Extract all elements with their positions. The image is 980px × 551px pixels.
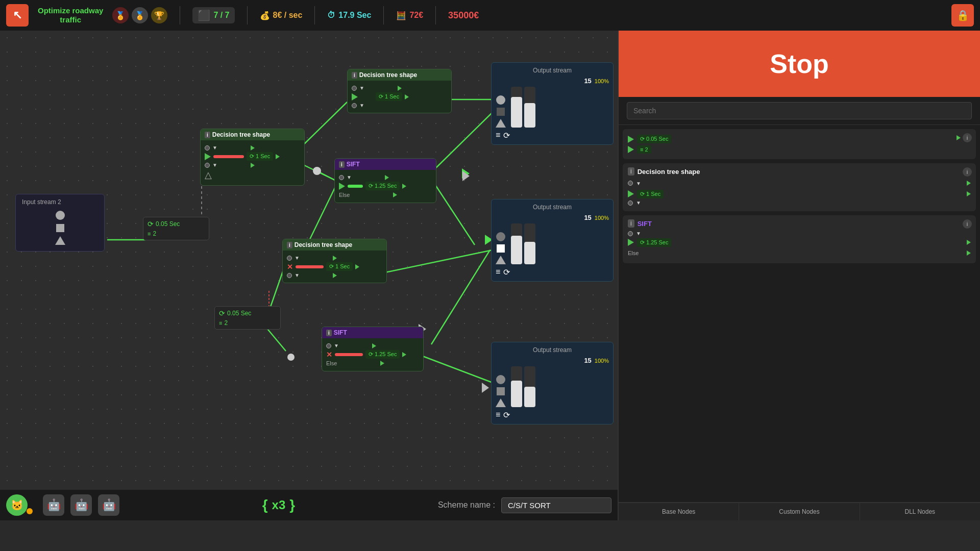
sn2-else: Else [326,360,337,366]
lock-icon: 🔒 [957,9,969,21]
counter-value: 7 / 7 [213,11,229,20]
achievement-1: 🏅 [112,7,129,23]
sn2-error: ✕ [326,350,332,359]
os3-circle [496,375,505,384]
sift-node-1[interactable]: i SIFT ▼ ⟳ 1.25 Sec Else [334,158,436,203]
sn2-dot [326,343,331,348]
dn1-dot2 [205,163,210,168]
back-button[interactable]: ↖ [6,4,29,27]
pn2-dot1 [628,181,633,186]
dn2-dot1 [352,86,357,91]
pn3-else: Else [628,250,639,256]
pn2-out2 [967,191,971,196]
decision-node-1[interactable]: i Decision tree shape ▼ ⟳ 1 Sec ▼ △ [200,129,305,186]
user-avatar: 🐱 [6,494,28,516]
scheme-section: Scheme name : [438,497,611,513]
mini-node-1[interactable]: ⟳ 0.05 Sec ≡ 2 [143,217,209,240]
svg-line-12 [265,327,286,351]
sn2-out1 [372,343,376,348]
sn1-out1 [385,175,389,180]
pn2-dot2 [628,201,633,206]
mini-list-1: 2 [153,230,156,237]
sift-node-1-header: i SIFT [335,159,436,170]
output-stream-1: Output stream 15 100% ≡ ⟳ [491,62,614,145]
panel-node-sift[interactable]: i i SIFT ▼ ⟳ 1.25 Sec Else [623,215,976,263]
achievement-2: 🏅 [132,7,148,23]
os1-fill2 [524,103,535,128]
pn3-play [628,239,634,246]
tab-custom-nodes[interactable]: Custom Nodes [739,503,860,520]
pn3-title: SIFT [638,220,652,228]
tab-custom-label: Custom Nodes [742,508,856,515]
dn3-progress [296,265,324,268]
os2-slider1[interactable] [511,223,522,264]
achievement-3: 🏆 [151,7,167,23]
search-section [619,97,980,125]
dn1-speed: ⟳ 1 Sec [247,152,273,161]
dn3-out2 [355,264,359,269]
sn1-play [339,183,345,190]
panel-info-1[interactable]: i [963,133,972,142]
os2-fill1 [511,236,522,264]
rate-value: 8€ / sec [273,11,303,20]
score-display: 35000€ [448,10,479,21]
pn1-list-val: ≡ 2 [637,145,651,154]
sn2-speed: ⟳ 1.25 Sec [365,350,400,359]
mini-list-2: 2 [224,319,228,327]
svg-line-9 [419,355,493,383]
mini-node-2[interactable]: ⟳ 0.05 Sec ≡ 2 [214,306,281,330]
decision-node-2-header: i Decision tree shape [348,69,451,81]
search-input[interactable] [627,102,972,119]
output-stream-2-label: Output stream [496,204,609,211]
decision-node-1-title: Decision tree shape [212,131,270,138]
sn1-progress [348,185,363,188]
robot-2[interactable]: 🤖 [70,494,92,516]
panel-info-3[interactable]: i [963,219,972,229]
timer-display: ⏱ 17.9 Sec [327,11,371,20]
dn1-dot1 [205,145,210,151]
tab-base-nodes[interactable]: Base Nodes [619,503,739,520]
output-stream-1-label: Output stream [496,67,609,74]
dn3-speed: ⟳ 1 Sec [326,262,353,271]
robot-1[interactable]: 🤖 [43,494,64,516]
decision-node-3-title: Decision tree shape [295,241,352,248]
os2-slider2[interactable] [524,223,535,264]
decision-node-2[interactable]: i Decision tree shape ▼ ⟳ 1 Sec ▼ [347,69,452,113]
right-icon-button[interactable]: 🔒 [951,4,974,27]
sn2-progress [335,353,363,356]
scheme-name-input[interactable] [501,497,611,513]
mini-speed-1: 0.05 Sec [156,220,180,228]
sift-node-1-title: SIFT [347,161,360,168]
sift-node-2-title: SIFT [334,329,347,336]
pn3-else-out [967,251,971,256]
pn1-play [628,136,634,143]
output-1-pct: 100% [595,78,609,84]
svg-line-10 [431,250,490,344]
panel-info-2[interactable]: i [963,167,972,177]
decision-node-1-header: i Decision tree shape [201,129,304,140]
stop-button[interactable]: Stop [619,31,980,97]
pn2-play [628,190,634,197]
sn2-out2 [402,352,406,357]
timer-icon: ⏱ [327,11,335,20]
sift-node-2[interactable]: i SIFT ▼ ✕ ⟳ 1.25 Sec Else [322,327,424,371]
os3-slider2[interactable] [524,366,535,407]
output-stream-2: Output stream 15 100% ≡ ⟳ [491,199,614,282]
panel-node-decision[interactable]: i i Decision tree shape ▼ ⟳ 1 Sec [623,163,976,211]
decision-node-2-title: Decision tree shape [359,71,417,79]
multiplier-value: x3 [272,498,286,512]
dn1-out3 [251,163,255,168]
os1-slider1[interactable] [511,87,522,128]
pn3-out [967,240,971,245]
tab-dll-nodes[interactable]: DLL Nodes [860,503,980,520]
shape-circle [56,211,65,220]
panel-node-speed-1[interactable]: i ⟳ 0.05 Sec ≡ 2 [623,129,976,159]
os2-fill2 [524,242,535,264]
tab-dll-label: DLL Nodes [863,508,977,515]
robot-3[interactable]: 🤖 [98,494,119,516]
os1-slider2[interactable] [524,87,535,128]
decision-node-3[interactable]: i Decision tree shape ▼ ✕ ⟳ 1 Sec ▼ [282,239,387,283]
os3-slider1[interactable] [511,366,522,407]
bottom-tabs: Base Nodes Custom Nodes DLL Nodes [619,502,980,520]
svg-point-15 [287,354,295,361]
